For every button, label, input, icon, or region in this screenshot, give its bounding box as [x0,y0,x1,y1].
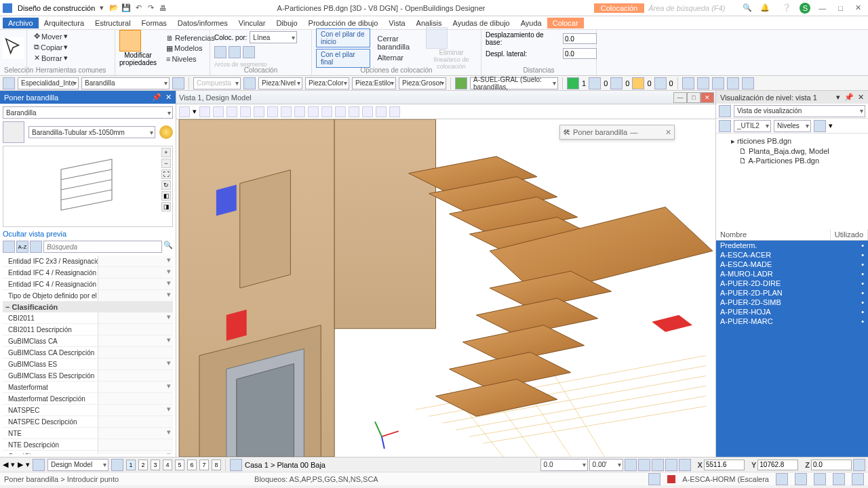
vp-close-icon[interactable]: ✕ [701,92,714,103]
tooltip-close-icon[interactable]: ✕ [665,128,671,137]
level-table-header[interactable]: Nombre Utilizado [716,229,868,241]
prop-search-input[interactable] [43,241,162,253]
weight-icon[interactable] [610,77,623,89]
col-name[interactable]: Nombre [716,229,831,240]
view-tab-3[interactable]: 3 [151,460,160,470]
qat-save-icon[interactable]: 💾 [121,3,132,14]
composite-dropdown[interactable]: Compuesta [193,77,241,89]
menu-formas[interactable]: Formas [136,18,172,28]
view2-icon[interactable]: ◨ [161,202,171,211]
vt-t12-icon[interactable] [335,106,346,117]
views-icon[interactable] [111,459,123,471]
menu-datos[interactable]: Datos/informes [172,18,233,28]
grid-icon[interactable] [625,459,637,471]
search-icon[interactable]: 🔍 [743,3,752,12]
help-icon[interactable]: ❔ [778,3,795,12]
sb-icon1[interactable] [648,473,660,485]
scale1-dropdown[interactable]: 0.0 [540,459,588,471]
level-row[interactable]: A-MURO-LADR• [716,269,868,279]
place-mode2-icon[interactable] [229,46,241,58]
hide-preview-link[interactable]: Ocultar vista previa [3,230,173,238]
select-tool-icon[interactable] [3,37,24,59]
cat-icon[interactable] [3,241,15,253]
qat-open-icon[interactable]: 📂 [108,3,119,14]
tooltip-min-icon[interactable]: — [630,128,637,136]
tool2-icon[interactable] [697,77,709,89]
style-icon[interactable] [589,77,601,89]
delete-button[interactable]: ✕ Borrar ▾ [31,53,71,63]
tree-node[interactable]: 🗋 A-Particiones PB.dgn [722,156,863,165]
pin-icon[interactable]: 📌 [152,93,161,102]
vt-pan-icon[interactable] [240,106,251,117]
snap3-icon[interactable] [665,459,677,471]
menu-estructural[interactable]: Estructural [90,18,136,28]
coloc-por-dropdown[interactable]: Línea [250,31,297,43]
z-input[interactable] [811,460,852,470]
view-tab-1[interactable]: 1 [126,460,136,470]
floating-tooltip[interactable]: 🛠 Poner barandilla — ✕ [559,125,675,140]
close-rail-button[interactable]: Cerrar barandilla [374,34,422,52]
view-tab-2[interactable]: 2 [138,460,148,470]
view-tab-7[interactable]: 7 [199,460,209,470]
alternate-button[interactable]: Alternar [374,53,422,62]
family-dropdown[interactable]: Barandilla [81,77,170,89]
minimize-button[interactable]: — [814,4,830,12]
levels-button[interactable]: ≡ Niveles [163,54,218,64]
menu-produccion[interactable]: Producción de dibujo [303,18,384,28]
level-row[interactable]: Predeterm.• [716,241,868,250]
place-mode1-icon[interactable] [214,46,226,58]
rail-item-dropdown[interactable]: Barandilla-Tubular x5-1050mm [28,126,155,138]
contextual-tab[interactable]: Colocación [594,3,644,13]
attr-icon3[interactable] [243,77,256,89]
filter-icon[interactable] [30,241,42,253]
tool4-icon[interactable] [727,77,739,89]
fit-icon[interactable]: ⛶ [161,169,171,179]
maximize-button[interactable]: □ [834,4,847,12]
level-icon[interactable] [455,77,467,89]
vt-walk-icon[interactable] [254,106,264,117]
az-icon[interactable]: A-Z [16,241,28,253]
menu-colocar[interactable]: Colocar [547,18,584,28]
col-used[interactable]: Utilizado [831,229,868,240]
close-button[interactable]: ✕ [851,3,865,12]
vt-t8-icon[interactable] [281,106,292,117]
search-icon[interactable]: 🔍 [163,241,173,253]
nav-back-icon[interactable]: ◀ [3,460,8,469]
vt-zoom-icon[interactable] [199,106,210,117]
level-list[interactable]: Predeterm.• A-ESCA-ACER• A-ESCA-MADE• A-… [716,241,868,457]
menu-dibujo[interactable]: Dibujo [271,18,302,28]
tool5-icon[interactable] [742,77,754,89]
y-input[interactable] [757,460,798,470]
tool3-icon[interactable] [712,77,724,89]
rp-close-icon[interactable]: ✕ [858,93,864,102]
start-pillar-button[interactable]: Con el pilar de inicio [316,28,370,47]
sb-icon3[interactable] [776,473,788,485]
vt-t14-icon[interactable] [362,106,373,117]
locks-status[interactable]: Bloqueos: AS,AP,PS,GG,SN,NS,SCA [254,475,378,483]
level-row[interactable]: A-PUER-MARC• [716,317,868,326]
level-row[interactable]: A-PUER-HOJA• [716,307,868,317]
level-row[interactable]: A-PUER-2D-SIMB• [716,298,868,307]
view-tab-8[interactable]: 8 [212,460,221,470]
vt-t7-icon[interactable] [267,106,278,117]
bulb-icon[interactable] [159,125,173,139]
priority-icon[interactable] [654,77,667,89]
modify-props-button[interactable]: Modificar propiedades [119,30,157,66]
attr-icon1[interactable] [3,77,15,89]
left-panel-header[interactable]: Poner barandilla 📌✕ [0,91,176,104]
attr-icon2[interactable] [172,77,184,89]
menu-archivo[interactable]: Archivo [3,18,39,28]
view-display-dropdown[interactable]: Vista de visualización [734,105,865,117]
vt-t16-icon[interactable] [389,106,400,117]
snap-icon[interactable] [638,459,650,471]
rp-dropdown-icon[interactable]: ▾ [836,93,840,102]
vt-t10-icon[interactable] [308,106,319,117]
zoom-in-icon[interactable]: + [161,148,171,157]
piece-level-dropdown[interactable]: Pieza:Nivel [258,77,302,89]
search-field[interactable]: Área de búsqueda (F4) [648,4,725,12]
menu-vista[interactable]: Vista [383,18,410,28]
tree-node[interactable]: 🗋 Planta_Baja.dwg, Model [722,146,863,156]
piece-style-dropdown[interactable]: Pieza:Estilo [352,77,396,89]
notification-icon[interactable]: 🔔 [756,3,774,12]
preview-panel[interactable]: + − ⛶ ↻ ◧ ◨ [3,146,173,227]
